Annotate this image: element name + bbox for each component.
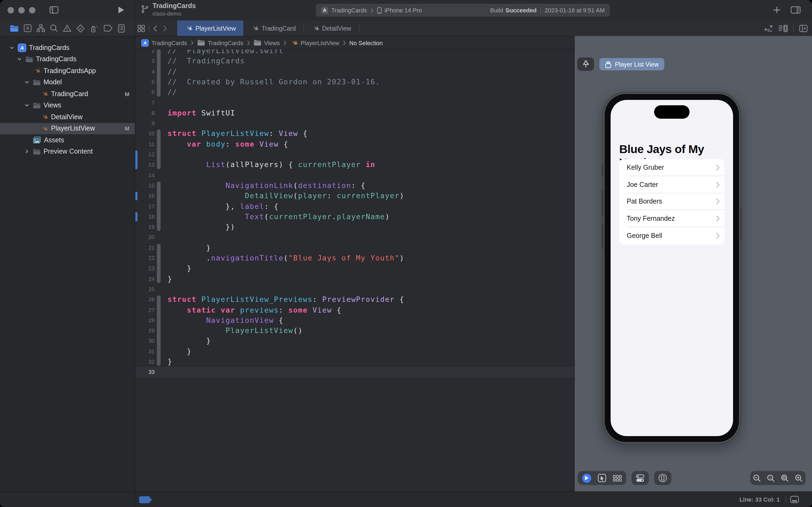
toggle-sidebar-icon[interactable]: [49, 6, 59, 14]
code-line-18[interactable]: 18 Text(currentPlayer.playerName): [135, 212, 574, 222]
activity-status-bar[interactable]: A TradingCards ❯ iPhone 14 Pro BuildSucc…: [316, 4, 610, 17]
zoom-out-icon[interactable]: [753, 474, 761, 482]
iphone-preview[interactable]: Blue Jays of My Youth Kelly GruberJoe Ca…: [603, 92, 741, 444]
code-line-10[interactable]: 10struct PlayerListView: View {: [135, 129, 574, 139]
code-line-19[interactable]: 19 }): [135, 222, 574, 232]
code-line-15[interactable]: 15 NavigationLink(destination: {: [135, 180, 574, 191]
code-line-31[interactable]: 31 }: [135, 346, 574, 357]
go-forward-icon[interactable]: [163, 25, 167, 32]
code-line-9[interactable]: 9: [135, 118, 574, 129]
code-line-12[interactable]: 12: [135, 149, 574, 160]
code-line-5[interactable]: 5// Created by Russell Gordon on 2023-01…: [135, 77, 574, 87]
navigator-tab-tests[interactable]: [76, 24, 85, 33]
disclosure-open-icon[interactable]: [8, 46, 15, 50]
navigator-tab-find[interactable]: [50, 24, 58, 32]
code-line-29[interactable]: 29 PlayerListView(): [135, 326, 574, 336]
code-line-11[interactable]: 11 var body: some View {: [135, 139, 574, 149]
source-editor[interactable]: 2// PlayerListView.swift3// TradingCards…: [135, 49, 574, 492]
code-line-16[interactable]: 16 DetailView(player: currentPlayer): [135, 191, 574, 201]
breadcrumb-item-playerlistview[interactable]: PlayerListView: [290, 39, 339, 47]
player-row-pat-borders[interactable]: Pat Borders: [619, 193, 724, 210]
library-plus-icon[interactable]: [773, 6, 780, 13]
tab-PlayerListView[interactable]: PlayerListView: [177, 20, 243, 36]
sidebar-item-detailview[interactable]: DetailView: [0, 111, 135, 123]
sidebar-item-tradingcardsapp[interactable]: TradingCardsApp: [0, 65, 135, 76]
player-row-tony-fernandez[interactable]: Tony Fernandez: [619, 210, 724, 227]
player-row-joe-carter[interactable]: Joe Carter: [619, 176, 724, 193]
code-line-27[interactable]: 27 static var previews: some View {: [135, 305, 574, 315]
sidebar-item-model[interactable]: Model: [0, 76, 135, 88]
device-circle-icon[interactable]: [658, 474, 667, 482]
zoom-fit-icon[interactable]: [781, 474, 789, 482]
breakpoint-indicator[interactable]: [139, 496, 152, 503]
code-line-3[interactable]: 3// TradingCards: [135, 56, 574, 67]
toggle-bottom-bar-icon[interactable]: [790, 496, 799, 503]
code-line-25[interactable]: 25: [135, 284, 574, 295]
line-col-indicator[interactable]: Line: 33 Col: 1: [740, 492, 780, 507]
breadcrumb-item-views[interactable]: Views: [253, 39, 280, 46]
go-back-icon[interactable]: [153, 25, 157, 32]
navigator-tab-breakpoints[interactable]: [104, 25, 113, 32]
sidebar-item-preview-content[interactable]: Preview Content: [0, 146, 135, 157]
pin-preview-button[interactable]: [577, 57, 594, 71]
navigator-tab-issues[interactable]: [63, 24, 71, 32]
code-line-21[interactable]: 21 }: [135, 242, 574, 253]
player-row-george-bell[interactable]: George Bell: [619, 227, 724, 244]
code-line-30[interactable]: 30 }: [135, 336, 574, 346]
scheme-name[interactable]: TradingCards: [331, 7, 367, 13]
cursor-square-icon[interactable]: [598, 474, 606, 482]
code-line-8[interactable]: 8import SwiftUI: [135, 108, 574, 118]
sidebar-item-playerlistview[interactable]: PlayerListViewM: [0, 123, 135, 134]
code-line-26[interactable]: 26struct PlayerListView_Previews: Previe…: [135, 294, 574, 305]
close-window-button[interactable]: [7, 7, 14, 13]
related-items-icon[interactable]: [137, 24, 145, 32]
code-line-22[interactable]: 22 .navigationTitle("Blue Jays of My You…: [135, 253, 574, 264]
code-line-23[interactable]: 23 }: [135, 264, 574, 274]
zoom-window-button[interactable]: [29, 7, 36, 13]
code-line-33[interactable]: 33: [135, 367, 574, 378]
disclosure-open-icon[interactable]: [23, 103, 30, 108]
sidebar-item-tradingcard[interactable]: TradingCardM: [0, 88, 135, 100]
navigator-tab-symbols[interactable]: [37, 24, 45, 32]
sidebar-item-tradingcards[interactable]: ATradingCards: [0, 42, 135, 53]
live-preview-play-button[interactable]: [582, 473, 591, 483]
player-row-kelly-gruber[interactable]: Kelly Gruber: [619, 159, 724, 176]
code-review-icon[interactable]: [764, 25, 773, 32]
disclosure-open-icon[interactable]: [23, 80, 30, 84]
add-editor-icon[interactable]: [799, 24, 808, 32]
code-line-6[interactable]: 6//: [135, 87, 574, 98]
sidebar-divider[interactable]: [135, 0, 135, 507]
run-destination[interactable]: iPhone 14 Pro: [385, 7, 422, 13]
breadcrumb-item-tradingcards[interactable]: TradingCards: [197, 39, 243, 46]
minimize-window-button[interactable]: [18, 7, 25, 13]
navigator-tab-bookmarks[interactable]: [23, 24, 32, 32]
code-line-7[interactable]: 7: [135, 98, 574, 108]
code-line-24[interactable]: 24}: [135, 274, 574, 284]
code-line-13[interactable]: 13 List(allPlayers) { currentPlayer in: [135, 160, 574, 170]
sidebar-item-assets[interactable]: Assets: [0, 134, 135, 146]
grid6-icon[interactable]: [613, 474, 622, 482]
navigator-tab-reports[interactable]: [118, 24, 125, 33]
zoom-in-icon[interactable]: [795, 474, 803, 482]
tab-DetailView[interactable]: DetailView: [304, 20, 358, 36]
navigator-tab-debug[interactable]: [90, 24, 99, 33]
editor-options-icon[interactable]: [778, 24, 788, 32]
breadcrumb-item-tradingcards[interactable]: ATradingCards: [141, 39, 187, 47]
breadcrumb-item-no-selection[interactable]: No Selection: [349, 40, 383, 46]
sidebar-item-views[interactable]: Views: [0, 100, 135, 111]
tab-TradingCard[interactable]: TradingCard: [243, 20, 303, 36]
toggles-icon[interactable]: [636, 474, 644, 482]
preview-name-chip[interactable]: Player List View: [599, 58, 664, 70]
navigator-tab-project[interactable]: [10, 24, 19, 32]
code-line-2[interactable]: 2// PlayerListView.swift: [135, 49, 574, 56]
run-button[interactable]: [118, 6, 125, 14]
toggle-inspector-icon[interactable]: [791, 6, 801, 14]
sidebar-item-tradingcards[interactable]: TradingCards: [0, 53, 135, 65]
disclosure-open-icon[interactable]: [15, 57, 22, 61]
code-line-28[interactable]: 28 NavigationView {: [135, 315, 574, 326]
disclosure-closed-icon[interactable]: [23, 150, 30, 154]
code-line-20[interactable]: 20: [135, 232, 574, 243]
code-line-32[interactable]: 32}: [135, 357, 574, 367]
code-line-4[interactable]: 4//: [135, 66, 574, 77]
zoom-one-icon[interactable]: 1: [767, 474, 775, 482]
